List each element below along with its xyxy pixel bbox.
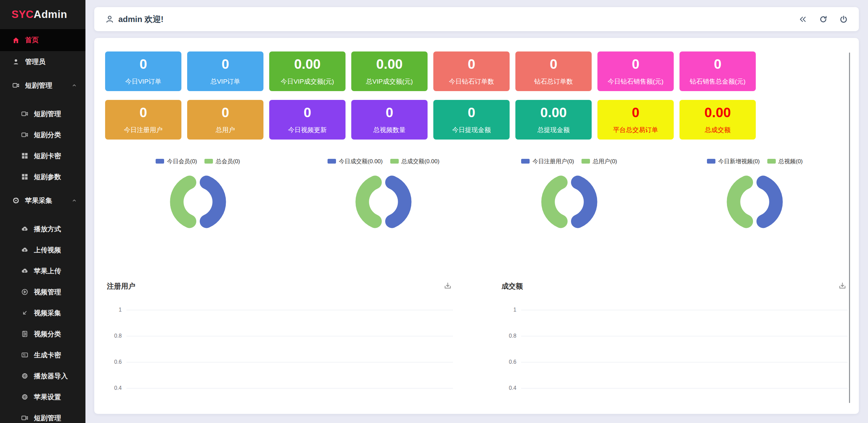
sidebar-item-label: 短剧管理 <box>25 81 52 90</box>
stat-value: 0 <box>139 106 147 119</box>
legend-entry[interactable]: 总视频(0) <box>767 157 803 165</box>
stat-label: 今日VIP订单 <box>125 77 161 86</box>
cloud-upload-icon <box>21 246 28 254</box>
grid-icon <box>21 152 28 160</box>
sidebar-item[interactable]: 视频分类 <box>0 323 85 344</box>
chart-plot-area: 10.80.60.4 <box>501 292 848 392</box>
sidebar-item[interactable]: 短剧管理 <box>0 407 85 423</box>
line-charts-row: 注册用户10.80.60.4成交额10.80.60.4 <box>107 280 848 392</box>
legend-swatch <box>767 159 776 164</box>
sidebar-item[interactable]: 播放器导入 <box>0 365 85 386</box>
legend-entry[interactable]: 总会员(0) <box>204 157 240 165</box>
legend-label: 总会员(0) <box>216 157 240 165</box>
stat-card: 0今日注册用户 <box>105 100 181 140</box>
power-icon[interactable] <box>839 15 848 24</box>
stat-label: 平台总交易订单 <box>613 126 658 134</box>
sidebar-item-label: 播放方式 <box>34 225 61 234</box>
sidebar-item[interactable]: 视频采集 <box>0 302 85 323</box>
legend-entry[interactable]: 总成交额(0.00) <box>390 157 439 165</box>
sidebar-item-label: 生成卡密 <box>34 351 61 360</box>
donut-legend: 今日注册用户(0)总用户(0) <box>521 157 617 165</box>
donut-chart <box>723 170 787 234</box>
stat-card: 0.00总提现金额 <box>515 100 592 140</box>
sidebar-item[interactable]: 上传视频 <box>0 239 85 260</box>
sidebar-item[interactable]: 短剧卡密 <box>0 145 85 166</box>
chevron-up-icon[interactable] <box>71 197 77 204</box>
sidebar-item[interactable]: 管理员 <box>0 51 85 72</box>
sidebar-item[interactable]: 苹果上传 <box>0 260 85 281</box>
chart-title: 成交额 <box>501 280 848 292</box>
sidebar-item[interactable]: 短剧管理 <box>0 103 85 124</box>
stat-value: 0 <box>386 106 393 119</box>
collapse-icon[interactable] <box>798 15 807 24</box>
donut-chart <box>351 170 416 234</box>
download-icon[interactable] <box>443 281 452 291</box>
legend-swatch <box>707 159 715 164</box>
welcome-block: admin 欢迎! <box>105 14 163 25</box>
legend-entry[interactable]: 今日注册用户(0) <box>521 157 574 165</box>
donut-charts-row: 今日会员(0)总会员(0)今日成交额(0.00)总成交额(0.00)今日注册用户… <box>105 155 848 234</box>
sidebar-item-label: 视频分类 <box>34 330 61 339</box>
stat-value: 0 <box>468 57 475 71</box>
sidebar-item[interactable]: 短剧分类 <box>0 124 85 145</box>
stat-card: 0钻石总订单数 <box>515 51 592 91</box>
sidebar-item-label: 短剧参数 <box>34 172 61 182</box>
legend-entry[interactable]: 今日新增视频(0) <box>707 157 760 165</box>
refresh-icon[interactable] <box>819 15 828 24</box>
stat-value: 0 <box>221 57 229 71</box>
y-axis-tick: 1 <box>107 307 122 313</box>
stat-label: 总成交额 <box>705 126 731 134</box>
sidebar-item-label: 苹果设置 <box>34 393 61 402</box>
topbar-actions <box>798 15 848 24</box>
sidebar-item[interactable]: 首页 <box>0 29 85 51</box>
scrollbar[interactable] <box>849 52 850 403</box>
legend-swatch <box>156 159 164 164</box>
main-panel: 0今日VIP订单0总VIP订单0.00今日VIP成交额(元)0.00总VIP成交… <box>94 38 859 414</box>
logo-brand-primary: SYC <box>12 8 34 21</box>
line-chart-module: 注册用户10.80.60.4 <box>107 280 453 392</box>
sidebar-item-label: 苹果采集 <box>25 196 52 205</box>
donut-chart <box>537 170 601 234</box>
stat-value: 0 <box>632 106 639 119</box>
sidebar-item[interactable]: 播放方式 <box>0 218 85 239</box>
topbar: admin 欢迎! <box>94 7 859 31</box>
y-axis-tick: 0.4 <box>501 385 516 391</box>
sidebar-item-label: 首页 <box>25 36 39 45</box>
donut-chart-module: 今日注册用户(0)总用户(0) <box>476 155 662 234</box>
chevron-up-icon[interactable] <box>71 82 77 88</box>
stat-card: 0今日钻石订单数 <box>433 51 510 91</box>
user-icon <box>12 58 20 65</box>
stat-card: 0总视频数量 <box>351 100 428 140</box>
gridline <box>126 310 453 310</box>
stat-label: 今日注册用户 <box>124 126 163 134</box>
stat-label: 总用户 <box>216 126 235 134</box>
legend-entry[interactable]: 总用户(0) <box>581 157 617 165</box>
sidebar-item-label: 管理员 <box>25 57 45 66</box>
gridline <box>126 388 453 388</box>
stat-card: 0今日提现金额 <box>433 100 510 140</box>
sidebar-item[interactable]: 苹果采集 <box>0 190 85 211</box>
sidebar-item[interactable]: 苹果设置 <box>0 386 85 407</box>
sidebar-item[interactable]: 视频管理 <box>0 281 85 302</box>
sidebar-item[interactable]: 短剧管理 <box>0 75 85 96</box>
y-axis-tick: 0.8 <box>501 333 516 339</box>
sidebar-item-label: 播放器导入 <box>34 372 68 381</box>
stat-value: 0 <box>550 57 557 71</box>
card-key-icon <box>21 351 28 359</box>
play-circle-icon <box>21 288 28 296</box>
sidebar-menu: 首页管理员短剧管理短剧管理短剧分类短剧卡密短剧参数苹果采集播放方式上传视频苹果上… <box>0 29 85 423</box>
stat-value: 0 <box>468 106 475 119</box>
person-icon <box>105 15 114 24</box>
stat-card: 0.00总VIP成交额(元) <box>351 51 428 91</box>
legend-entry[interactable]: 今日会员(0) <box>156 157 197 165</box>
sidebar-item-label: 苹果上传 <box>34 267 61 276</box>
logo[interactable]: SYC Admin <box>0 0 85 29</box>
legend-label: 总成交额(0.00) <box>401 157 439 165</box>
legend-entry[interactable]: 今日成交额(0.00) <box>328 157 382 165</box>
y-axis-tick: 0.6 <box>107 359 122 365</box>
donut-chart <box>166 170 230 234</box>
sidebar-item[interactable]: 短剧参数 <box>0 166 85 187</box>
stat-label: 总VIP成交额(元) <box>366 77 413 86</box>
sidebar-item[interactable]: 生成卡密 <box>0 344 85 365</box>
download-icon[interactable] <box>838 281 847 291</box>
